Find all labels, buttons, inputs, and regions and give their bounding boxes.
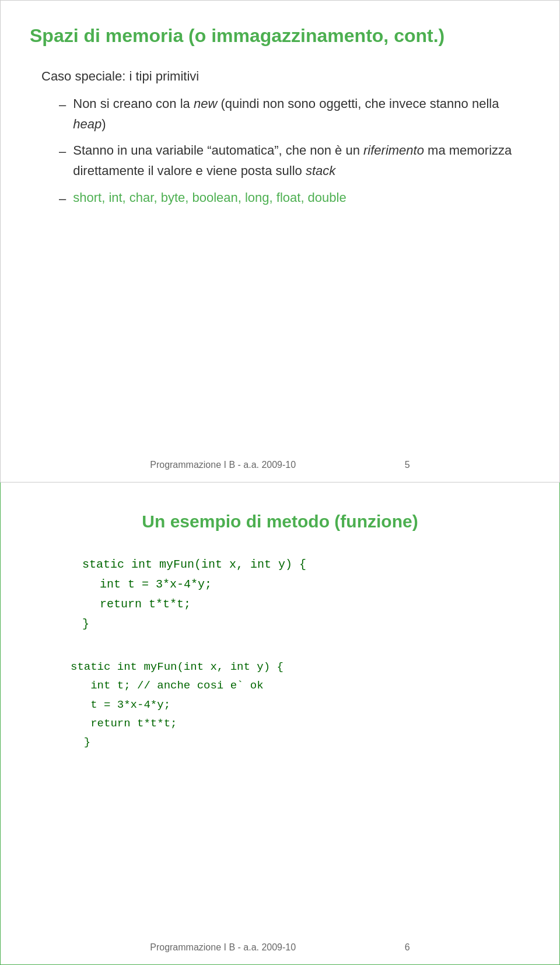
code-line-2-1: static int myFun(int x, int y) { [71,658,524,676]
heap-keyword: heap [73,117,102,131]
slide-1-page-number: 5 [405,460,410,470]
slide-2-footer-text: Programmazione I B - a.a. 2009-10 [150,942,296,952]
bullet-2: – Stanno in una variabile “automatica”, … [59,140,530,181]
intro-text: Caso speciale: i tipi primitivi [41,66,199,86]
intro-line: Caso speciale: i tipi primitivi [41,66,530,86]
slide-1: Spazi di memoria (o immagazzinamento, co… [0,0,560,482]
slide-1-title: Spazi di memoria (o immagazzinamento, co… [30,24,530,48]
dash-icon-2: – [59,141,66,162]
dash-icon-1: – [59,95,66,115]
slide-1-footer: Programmazione I B - a.a. 2009-10 5 [1,460,559,470]
slide-2-title: Un esempio di metodo (funzione) [36,512,524,532]
slide-2: Un esempio di metodo (funzione) static i… [0,482,560,965]
stack-keyword: stack [306,163,335,178]
dash-icon-3: – [59,188,66,209]
code-line-1-4: } [82,614,524,634]
bullet-1-text: Non si creano con la new (quindi non son… [73,93,530,134]
code-block-1: static int myFun(int x, int y) { int t =… [82,555,524,634]
slide-2-footer: Programmazione I B - a.a. 2009-10 6 [1,942,559,953]
slide-2-page-number: 6 [405,942,410,952]
bullet-3: – short, int, char, byte, boolean, long,… [59,187,530,209]
slide-1-footer-text: Programmazione I B - a.a. 2009-10 [150,460,296,470]
slide-1-content: Caso speciale: i tipi primitivi – Non si… [30,66,530,209]
riferimento-keyword: riferimento [363,143,424,158]
code-line-2-4: return t*t*t; [71,714,524,733]
code-line-2-2: int t; // anche cosi e` ok [71,676,524,695]
code-line-2-3: t = 3*x-4*y; [71,695,524,714]
bullet-2-text: Stanno in una variabile “automatica”, ch… [73,140,530,181]
code-line-1-2: int t = 3*x-4*y; [100,575,524,595]
code-block-2: static int myFun(int x, int y) { int t; … [71,658,524,751]
code-line-1-1: static int myFun(int x, int y) { [82,555,524,575]
bullet-3-text: short, int, char, byte, boolean, long, f… [73,187,346,208]
bullet-1: – Non si creano con la new (quindi non s… [59,93,530,134]
code-line-2-5: } [71,733,524,751]
code-line-1-3: return t*t*t; [100,595,524,614]
new-keyword: new [194,96,217,111]
